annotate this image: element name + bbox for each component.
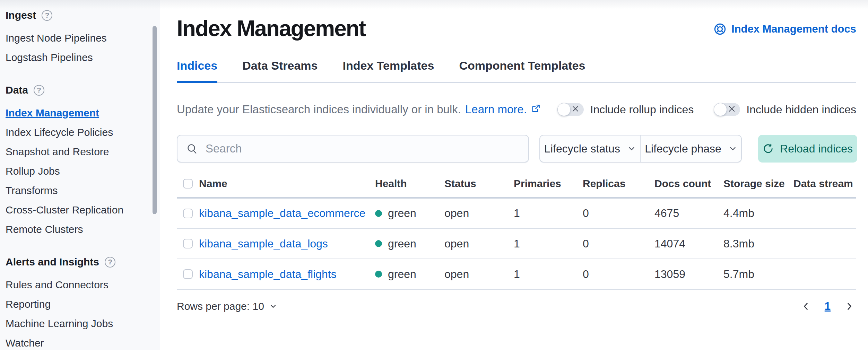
- rollup-switch[interactable]: [557, 103, 584, 116]
- docs-link-label: Index Management docs: [731, 23, 856, 35]
- reload-indices-button[interactable]: Reload indices: [758, 135, 857, 163]
- health-label: green: [388, 268, 416, 281]
- name-cell: kibana_sample_data_ecommerce: [199, 198, 375, 228]
- column-header-docs-count: Docs count: [654, 173, 723, 198]
- next-page-button[interactable]: [843, 300, 856, 313]
- toggle-include-rollup[interactable]: Include rollup indices: [557, 103, 694, 116]
- index-name-link[interactable]: kibana_sample_data_logs: [199, 237, 328, 250]
- search-box[interactable]: [177, 135, 529, 163]
- status-cell: open: [444, 198, 514, 228]
- row-checkbox[interactable]: [183, 209, 193, 218]
- column-header-status: Status: [444, 173, 514, 198]
- description-text: Update your Elasticsearch indices indivi…: [177, 103, 461, 116]
- table-row: kibana_sample_data_logsgreenopen10140748…: [177, 228, 856, 259]
- health-label: green: [388, 207, 416, 220]
- toggle-include-hidden[interactable]: Include hidden indices: [714, 103, 856, 116]
- health-status: green: [375, 268, 444, 281]
- select-all-header-cell: [177, 173, 199, 198]
- index-name-link[interactable]: kibana_sample_data_flights: [199, 268, 337, 280]
- sidebar-item-ingest-node-pipelines[interactable]: Ingest Node Pipelines: [6, 28, 150, 48]
- sidebar-item-logstash-pipelines[interactable]: Logstash Pipelines: [6, 48, 150, 67]
- hidden-switch[interactable]: [714, 103, 740, 116]
- sidebar-item-cross-cluster-replication[interactable]: Cross-Cluster Replication: [6, 200, 150, 220]
- switch-off-x-icon: [571, 104, 580, 115]
- sidebar: Ingest?Ingest Node PipelinesLogstash Pip…: [0, 0, 160, 350]
- sidebar-item-transforms[interactable]: Transforms: [6, 181, 150, 200]
- sidebar-heading-data: Data?: [6, 80, 150, 100]
- health-status: green: [375, 207, 444, 220]
- health-dot: [375, 271, 382, 278]
- replicas-cell: 0: [583, 259, 654, 289]
- switch-off-x-icon: [727, 104, 736, 115]
- page-number-1[interactable]: 1: [823, 300, 833, 313]
- tab-data-streams[interactable]: Data Streams: [242, 59, 318, 82]
- tab-index-templates[interactable]: Index Templates: [343, 59, 434, 82]
- row-checkbox-cell: [177, 259, 199, 289]
- indices-table: NameHealthStatusPrimariesReplicasDocs co…: [177, 173, 856, 290]
- sidebar-item-label: Transforms: [6, 185, 58, 196]
- chevron-down-icon: [728, 144, 737, 153]
- row-checkbox[interactable]: [183, 239, 193, 248]
- sidebar-item-label: Watcher: [6, 337, 44, 349]
- sidebar-item-index-management[interactable]: Index Management: [6, 103, 150, 123]
- sidebar-item-label: Ingest Node Pipelines: [6, 32, 107, 44]
- sidebar-item-snapshot-and-restore[interactable]: Snapshot and Restore: [6, 142, 150, 161]
- switch-knob: [557, 103, 571, 116]
- docs-count-cell: 14074: [654, 228, 723, 259]
- health-cell-wrap: green: [375, 259, 444, 289]
- toggle-label: Include hidden indices: [746, 103, 856, 116]
- table-row: kibana_sample_data_flightsgreenopen10130…: [177, 259, 856, 289]
- search-input[interactable]: [205, 142, 519, 156]
- row-checkbox[interactable]: [183, 269, 193, 279]
- sidebar-heading-label: Data: [6, 84, 28, 96]
- filter-label: Lifecycle phase: [645, 142, 721, 155]
- sidebar-item-reporting[interactable]: Reporting: [6, 295, 150, 314]
- table-row: kibana_sample_data_ecommercegreenopen104…: [177, 198, 856, 228]
- sidebar-heading-ingest: Ingest?: [6, 6, 150, 25]
- data-stream-cell: [793, 228, 856, 259]
- primaries-cell: 1: [514, 198, 583, 228]
- column-header-name: Name: [199, 173, 375, 198]
- tab-indices[interactable]: Indices: [177, 59, 217, 82]
- previous-page-button[interactable]: [800, 300, 812, 313]
- sidebar-item-machine-learning-jobs[interactable]: Machine Learning Jobs: [6, 314, 150, 333]
- status-cell: open: [444, 259, 514, 289]
- filter-lifecycle-status[interactable]: Lifecycle status: [540, 135, 640, 162]
- health-dot: [375, 240, 382, 247]
- sidebar-scrollbar[interactable]: [153, 26, 157, 214]
- column-header-replicas: Replicas: [583, 173, 654, 198]
- life-ring-icon: [714, 23, 726, 35]
- reload-indices-label: Reload indices: [780, 142, 853, 155]
- table-header-row: NameHealthStatusPrimariesReplicasDocs co…: [177, 173, 856, 198]
- sidebar-item-label: Index Management: [6, 107, 99, 119]
- health-cell-wrap: green: [375, 228, 444, 259]
- health-dot: [375, 210, 382, 217]
- help-icon: ?: [34, 85, 44, 96]
- sidebar-heading-label: Ingest: [6, 9, 36, 21]
- sidebar-item-remote-clusters[interactable]: Remote Clusters: [6, 220, 150, 239]
- sidebar-item-watcher[interactable]: Watcher: [6, 333, 150, 350]
- sidebar-item-index-lifecycle-policies[interactable]: Index Lifecycle Policies: [6, 123, 150, 142]
- refresh-icon: [763, 143, 774, 154]
- select-all-checkbox[interactable]: [183, 179, 193, 189]
- primaries-cell: 1: [514, 259, 583, 289]
- learn-more-link[interactable]: Learn more.: [465, 103, 541, 116]
- tab-component-templates[interactable]: Component Templates: [459, 59, 585, 82]
- sidebar-item-rollup-jobs[interactable]: Rollup Jobs: [6, 161, 150, 181]
- health-cell-wrap: green: [375, 198, 444, 228]
- sidebar-item-rules-and-connectors[interactable]: Rules and Connectors: [6, 275, 150, 295]
- index-name-link[interactable]: kibana_sample_data_ecommerce: [199, 207, 365, 219]
- health-status: green: [375, 237, 444, 250]
- external-link-icon: [531, 103, 541, 116]
- rows-per-page-selector[interactable]: Rows per page: 10: [177, 300, 277, 312]
- sidebar-heading-alerts-and-insights: Alerts and Insights?: [6, 252, 150, 272]
- status-cell: open: [444, 228, 514, 259]
- sidebar-item-label: Remote Clusters: [6, 224, 83, 235]
- sidebar-item-label: Index Lifecycle Policies: [6, 126, 113, 138]
- storage-size-cell: 5.7mb: [723, 259, 793, 289]
- health-label: green: [388, 237, 416, 250]
- filter-lifecycle-phase[interactable]: Lifecycle phase: [640, 135, 741, 162]
- page-title: Index Management: [177, 16, 365, 41]
- row-checkbox-cell: [177, 198, 199, 228]
- docs-link[interactable]: Index Management docs: [714, 23, 856, 35]
